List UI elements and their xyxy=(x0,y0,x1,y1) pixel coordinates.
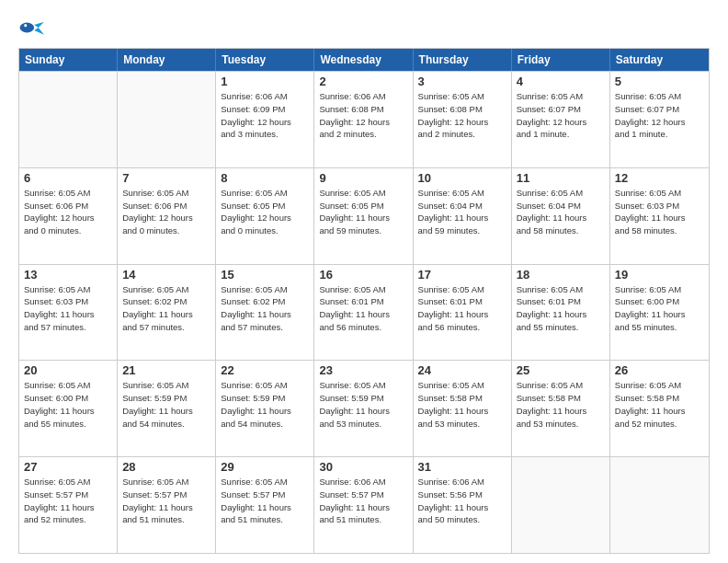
day-info: Sunrise: 6:05 AM Sunset: 5:57 PM Dayligh… xyxy=(24,476,112,526)
day-number: 27 xyxy=(24,460,112,474)
day-number: 1 xyxy=(221,75,309,88)
header-day-wednesday: Wednesday xyxy=(314,49,413,71)
calendar-body: 1Sunrise: 6:06 AM Sunset: 6:09 PM Daylig… xyxy=(19,71,709,553)
table-row xyxy=(610,457,709,553)
table-row: 23Sunrise: 6:05 AM Sunset: 5:59 PM Dayli… xyxy=(314,361,413,456)
day-number: 18 xyxy=(517,268,605,282)
week-3: 13Sunrise: 6:05 AM Sunset: 6:03 PM Dayli… xyxy=(19,264,709,361)
day-info: Sunrise: 6:05 AM Sunset: 5:59 PM Dayligh… xyxy=(319,379,407,430)
day-info: Sunrise: 6:05 AM Sunset: 6:03 PM Dayligh… xyxy=(24,283,112,334)
table-row: 22Sunrise: 6:05 AM Sunset: 5:59 PM Dayli… xyxy=(216,361,314,456)
day-info: Sunrise: 6:06 AM Sunset: 5:57 PM Dayligh… xyxy=(319,476,407,526)
logo xyxy=(18,15,48,40)
day-number: 11 xyxy=(517,171,605,185)
day-info: Sunrise: 6:05 AM Sunset: 5:59 PM Dayligh… xyxy=(122,379,210,430)
day-info: Sunrise: 6:05 AM Sunset: 6:07 PM Dayligh… xyxy=(517,90,605,141)
table-row xyxy=(512,457,610,553)
day-info: Sunrise: 6:05 AM Sunset: 5:58 PM Dayligh… xyxy=(418,379,506,430)
table-row: 13Sunrise: 6:05 AM Sunset: 6:03 PM Dayli… xyxy=(19,265,118,361)
table-row: 6Sunrise: 6:05 AM Sunset: 6:06 PM Daylig… xyxy=(19,168,118,264)
day-number: 15 xyxy=(221,268,309,282)
day-info: Sunrise: 6:05 AM Sunset: 5:57 PM Dayligh… xyxy=(122,476,210,526)
svg-marker-2 xyxy=(34,28,44,35)
day-info: Sunrise: 6:05 AM Sunset: 6:01 PM Dayligh… xyxy=(418,283,506,334)
day-number: 31 xyxy=(418,460,506,474)
table-row: 17Sunrise: 6:05 AM Sunset: 6:01 PM Dayli… xyxy=(414,265,512,361)
day-info: Sunrise: 6:05 AM Sunset: 5:58 PM Dayligh… xyxy=(517,379,605,430)
day-number: 4 xyxy=(517,75,605,88)
table-row: 14Sunrise: 6:05 AM Sunset: 6:02 PM Dayli… xyxy=(118,265,216,361)
day-info: Sunrise: 6:05 AM Sunset: 6:05 PM Dayligh… xyxy=(319,187,407,237)
svg-point-3 xyxy=(24,24,27,27)
day-number: 23 xyxy=(319,363,407,377)
week-1: 1Sunrise: 6:06 AM Sunset: 6:09 PM Daylig… xyxy=(19,71,709,167)
table-row: 2Sunrise: 6:06 AM Sunset: 6:08 PM Daylig… xyxy=(314,72,413,167)
day-info: Sunrise: 6:05 AM Sunset: 6:08 PM Dayligh… xyxy=(418,90,506,141)
table-row: 12Sunrise: 6:05 AM Sunset: 6:03 PM Dayli… xyxy=(610,168,709,264)
day-info: Sunrise: 6:05 AM Sunset: 6:06 PM Dayligh… xyxy=(122,187,210,237)
day-number: 5 xyxy=(615,75,704,88)
day-number: 24 xyxy=(418,363,506,377)
day-number: 19 xyxy=(615,268,704,282)
day-number: 9 xyxy=(319,171,407,185)
table-row: 21Sunrise: 6:05 AM Sunset: 5:59 PM Dayli… xyxy=(118,361,216,456)
day-info: Sunrise: 6:05 AM Sunset: 6:02 PM Dayligh… xyxy=(221,283,309,334)
day-number: 13 xyxy=(24,268,112,282)
day-info: Sunrise: 6:05 AM Sunset: 5:57 PM Dayligh… xyxy=(221,476,309,526)
table-row: 29Sunrise: 6:05 AM Sunset: 5:57 PM Dayli… xyxy=(216,457,314,553)
week-4: 20Sunrise: 6:05 AM Sunset: 6:00 PM Dayli… xyxy=(19,360,709,456)
day-info: Sunrise: 6:05 AM Sunset: 6:05 PM Dayligh… xyxy=(221,187,309,237)
day-info: Sunrise: 6:06 AM Sunset: 5:56 PM Dayligh… xyxy=(418,476,506,526)
day-info: Sunrise: 6:05 AM Sunset: 6:04 PM Dayligh… xyxy=(418,187,506,237)
day-number: 20 xyxy=(24,363,112,377)
table-row: 15Sunrise: 6:05 AM Sunset: 6:02 PM Dayli… xyxy=(216,265,314,361)
day-number: 8 xyxy=(221,171,309,185)
table-row xyxy=(118,72,216,167)
table-row: 7Sunrise: 6:05 AM Sunset: 6:06 PM Daylig… xyxy=(118,168,216,264)
table-row: 5Sunrise: 6:05 AM Sunset: 6:07 PM Daylig… xyxy=(610,72,709,167)
day-info: Sunrise: 6:05 AM Sunset: 5:58 PM Dayligh… xyxy=(615,379,704,430)
day-info: Sunrise: 6:05 AM Sunset: 6:07 PM Dayligh… xyxy=(615,90,704,141)
table-row: 31Sunrise: 6:06 AM Sunset: 5:56 PM Dayli… xyxy=(414,457,512,553)
day-info: Sunrise: 6:05 AM Sunset: 5:59 PM Dayligh… xyxy=(221,379,309,430)
day-number: 30 xyxy=(319,460,407,474)
week-5: 27Sunrise: 6:05 AM Sunset: 5:57 PM Dayli… xyxy=(19,456,709,553)
svg-marker-1 xyxy=(34,22,44,28)
week-2: 6Sunrise: 6:05 AM Sunset: 6:06 PM Daylig… xyxy=(19,167,709,264)
table-row: 24Sunrise: 6:05 AM Sunset: 5:58 PM Dayli… xyxy=(414,361,512,456)
table-row: 26Sunrise: 6:05 AM Sunset: 5:58 PM Dayli… xyxy=(610,361,709,456)
calendar-header: SundayMondayTuesdayWednesdayThursdayFrid… xyxy=(19,49,709,71)
header-day-saturday: Saturday xyxy=(610,49,709,71)
day-number: 14 xyxy=(122,268,210,282)
table-row: 20Sunrise: 6:05 AM Sunset: 6:00 PM Dayli… xyxy=(19,361,118,456)
day-number: 2 xyxy=(319,75,407,88)
table-row: 10Sunrise: 6:05 AM Sunset: 6:04 PM Dayli… xyxy=(414,168,512,264)
day-number: 10 xyxy=(418,171,506,185)
table-row: 1Sunrise: 6:06 AM Sunset: 6:09 PM Daylig… xyxy=(216,72,314,167)
day-number: 17 xyxy=(418,268,506,282)
table-row: 19Sunrise: 6:05 AM Sunset: 6:00 PM Dayli… xyxy=(610,265,709,361)
header-day-monday: Monday xyxy=(118,49,216,71)
day-info: Sunrise: 6:05 AM Sunset: 6:01 PM Dayligh… xyxy=(319,283,407,334)
day-number: 12 xyxy=(615,171,704,185)
logo-icon xyxy=(18,15,44,40)
day-number: 29 xyxy=(221,460,309,474)
table-row: 25Sunrise: 6:05 AM Sunset: 5:58 PM Dayli… xyxy=(512,361,610,456)
day-info: Sunrise: 6:05 AM Sunset: 6:06 PM Dayligh… xyxy=(24,187,112,237)
day-info: Sunrise: 6:06 AM Sunset: 6:08 PM Dayligh… xyxy=(319,90,407,141)
day-info: Sunrise: 6:06 AM Sunset: 6:09 PM Dayligh… xyxy=(221,90,309,141)
page: SundayMondayTuesdayWednesdayThursdayFrid… xyxy=(0,0,728,563)
day-info: Sunrise: 6:05 AM Sunset: 6:03 PM Dayligh… xyxy=(615,187,704,237)
table-row: 27Sunrise: 6:05 AM Sunset: 5:57 PM Dayli… xyxy=(19,457,118,553)
day-info: Sunrise: 6:05 AM Sunset: 6:04 PM Dayligh… xyxy=(517,187,605,237)
day-number: 26 xyxy=(615,363,704,377)
day-info: Sunrise: 6:05 AM Sunset: 6:01 PM Dayligh… xyxy=(517,283,605,334)
header-day-thursday: Thursday xyxy=(414,49,512,71)
day-number: 7 xyxy=(122,171,210,185)
day-number: 28 xyxy=(122,460,210,474)
table-row: 16Sunrise: 6:05 AM Sunset: 6:01 PM Dayli… xyxy=(314,265,413,361)
table-row: 4Sunrise: 6:05 AM Sunset: 6:07 PM Daylig… xyxy=(512,72,610,167)
table-row xyxy=(19,72,118,167)
table-row: 8Sunrise: 6:05 AM Sunset: 6:05 PM Daylig… xyxy=(216,168,314,264)
day-number: 16 xyxy=(319,268,407,282)
